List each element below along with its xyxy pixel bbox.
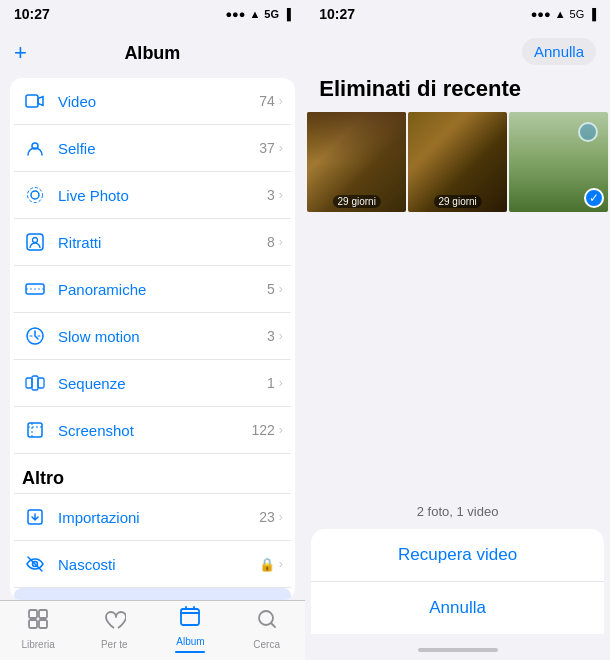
svg-point-5 (33, 238, 38, 243)
album-icon-sequenze (22, 370, 48, 396)
home-indicator (305, 640, 610, 660)
tab-underline-album (175, 651, 205, 653)
album-item-eliminati[interactable]: Eliminati di recente🔒› (14, 588, 291, 600)
album-item-ritratti[interactable]: Ritratti8› (14, 219, 291, 266)
album-icon-screenshot (22, 417, 48, 443)
album-count-ritratti: 8 (267, 234, 275, 250)
recupera-button[interactable]: Recupera video (311, 529, 604, 582)
album-item-slowmotion[interactable]: Slow motion3› (14, 313, 291, 360)
right-time: 10:27 (319, 6, 355, 22)
selection-checkmark: ✓ (584, 188, 604, 208)
album-chevron-selfie: › (279, 141, 283, 155)
days-label-1: 29 giorni (333, 195, 381, 208)
svg-rect-14 (29, 610, 37, 618)
right-signal-icon: ●●● (531, 8, 551, 20)
svg-rect-10 (38, 378, 44, 388)
signal-icon: ●●● (225, 8, 245, 20)
tab-label-libreria: Libreria (21, 639, 54, 650)
right-title: Eliminati di recente (305, 74, 610, 112)
tab-label-album: Album (176, 636, 204, 647)
tab-label-per-te: Per te (101, 639, 128, 650)
action-sheet: Recupera video Annulla (311, 529, 604, 634)
tab-album[interactable]: Album (152, 604, 228, 653)
album-item-livephoto[interactable]: Live Photo3› (14, 172, 291, 219)
altro-section-header: Altro (14, 454, 291, 494)
cancel-button[interactable]: Annulla (522, 38, 596, 65)
tab-cerca[interactable]: Cerca (229, 607, 305, 650)
album-item-sequenze[interactable]: Sequenze1› (14, 360, 291, 407)
battery-icon: ▐ (283, 8, 291, 20)
tab-icon-cerca (255, 607, 279, 637)
album-lock-nascosti: 🔒 (259, 557, 275, 572)
left-status-bar: 10:27 ●●● ▲ 5G ▐ (0, 0, 305, 28)
album-label-slowmotion: Slow motion (58, 328, 267, 345)
svg-rect-11 (28, 423, 42, 437)
album-label-selfie: Selfie (58, 140, 259, 157)
right-spacer (305, 212, 610, 494)
svg-rect-8 (26, 378, 32, 388)
album-count-selfie: 37 (259, 140, 275, 156)
album-item-selfie[interactable]: Selfie37› (14, 125, 291, 172)
album-item-panoramiche[interactable]: Panoramiche5› (14, 266, 291, 313)
svg-rect-16 (29, 620, 37, 628)
svg-rect-17 (39, 620, 47, 628)
album-count-screenshot: 122 (251, 422, 274, 438)
album-chevron-sequenze: › (279, 376, 283, 390)
svg-rect-9 (32, 376, 38, 390)
album-label-nascosti: Nascosti (58, 556, 259, 573)
tab-libreria[interactable]: Libreria (0, 607, 76, 650)
album-label-sequenze: Sequenze (58, 375, 267, 392)
album-chevron-slowmotion: › (279, 329, 283, 343)
album-label-panoramiche: Panoramiche (58, 281, 267, 298)
album-label-livephoto: Live Photo (58, 187, 267, 204)
right-wifi-icon: ▲ (555, 8, 566, 20)
album-item-importazioni[interactable]: Importazioni23› (14, 494, 291, 541)
photo-thumb-grass[interactable]: ✓ (509, 112, 608, 212)
album-label-ritratti: Ritratti (58, 234, 267, 251)
album-list: Video74›Selfie37›Live Photo3›Ritratti8›P… (10, 78, 295, 600)
album-count-livephoto: 3 (267, 187, 275, 203)
album-chevron-nascosti: › (279, 557, 283, 571)
right-cellular-icon: 5G (570, 8, 585, 20)
right-status-bar: 10:27 ●●● ▲ 5G ▐ (305, 0, 610, 28)
tab-icon-album (178, 604, 202, 634)
svg-rect-18 (181, 609, 199, 625)
right-status-icons: ●●● ▲ 5G ▐ (531, 8, 596, 20)
album-chevron-video: › (279, 94, 283, 108)
days-label-2: 29 giorni (433, 195, 481, 208)
tab-icon-libreria (26, 607, 50, 637)
left-panel: 10:27 ●●● ▲ 5G ▐ + Album Video74›Selfie3… (0, 0, 305, 660)
album-item-nascosti[interactable]: Nascosti🔒› (14, 541, 291, 588)
photo-thumb-dog2[interactable]: 29 giorni (408, 112, 507, 212)
album-count-video: 74 (259, 93, 275, 109)
album-icon-nascosti (22, 551, 48, 577)
album-count-sequenze: 1 (267, 375, 275, 391)
album-chevron-livephoto: › (279, 188, 283, 202)
wifi-icon: ▲ (249, 8, 260, 20)
album-icon-importazioni (22, 504, 48, 530)
tab-label-cerca: Cerca (253, 639, 280, 650)
right-header: Annulla (305, 28, 610, 74)
album-icon-ritratti (22, 229, 48, 255)
album-item-screenshot[interactable]: Screenshot122› (14, 407, 291, 454)
cellular-icon: 5G (264, 8, 279, 20)
album-icon-video (22, 88, 48, 114)
left-header: + Album (0, 28, 305, 78)
add-album-button[interactable]: + (14, 40, 27, 66)
album-label-video: Video (58, 93, 259, 110)
tab-per-te[interactable]: Per te (76, 607, 152, 650)
svg-point-3 (28, 188, 43, 203)
right-panel: 10:27 ●●● ▲ 5G ▐ Annulla Eliminati di re… (305, 0, 610, 660)
album-count-panoramiche: 5 (267, 281, 275, 297)
album-icon-livephoto (22, 182, 48, 208)
tab-icon-per-te (102, 607, 126, 637)
bottom-tabs: LibreriaPer teAlbumCerca (0, 600, 305, 660)
album-count-slowmotion: 3 (267, 328, 275, 344)
album-label-importazioni: Importazioni (58, 509, 259, 526)
photo-grid: 29 giorni 29 giorni ✓ (305, 112, 610, 212)
left-status-icons: ●●● ▲ 5G ▐ (225, 8, 290, 20)
album-item-video[interactable]: Video74› (14, 78, 291, 125)
home-bar (418, 648, 498, 652)
annulla-button[interactable]: Annulla (311, 582, 604, 634)
photo-thumb-dog1[interactable]: 29 giorni (307, 112, 406, 212)
